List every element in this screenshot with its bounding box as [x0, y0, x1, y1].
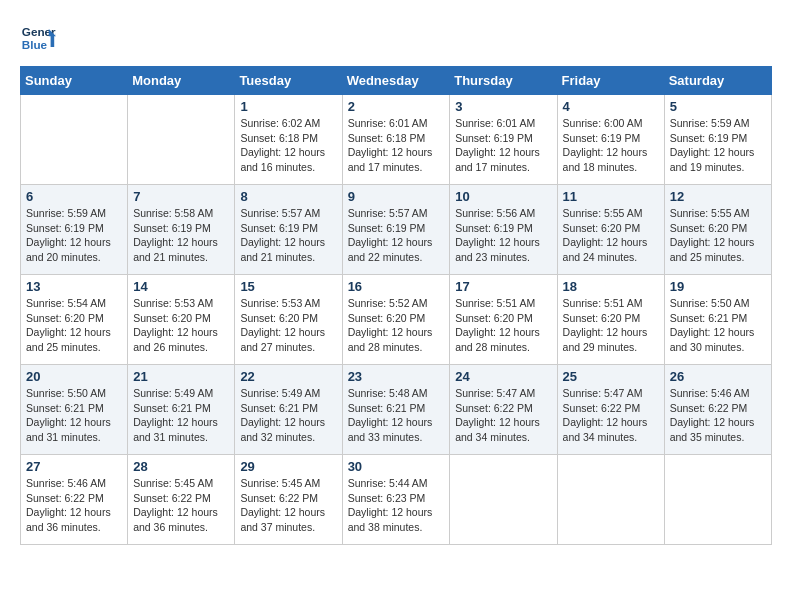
cell-day-number: 11: [563, 189, 659, 204]
calendar-cell: 17Sunrise: 5:51 AMSunset: 6:20 PMDayligh…: [450, 275, 557, 365]
sunset-text: Sunset: 6:19 PM: [455, 222, 533, 234]
sunset-text: Sunset: 6:18 PM: [348, 132, 426, 144]
sunrise-text: Sunrise: 5:57 AM: [348, 207, 428, 219]
calendar-cell: 12Sunrise: 5:55 AMSunset: 6:20 PMDayligh…: [664, 185, 771, 275]
daylight-text: Daylight: 12 hours and 26 minutes.: [133, 326, 218, 353]
sunrise-text: Sunrise: 5:46 AM: [26, 477, 106, 489]
calendar-cell: 16Sunrise: 5:52 AMSunset: 6:20 PMDayligh…: [342, 275, 450, 365]
cell-day-number: 27: [26, 459, 122, 474]
sunset-text: Sunset: 6:19 PM: [670, 132, 748, 144]
sunset-text: Sunset: 6:21 PM: [348, 402, 426, 414]
calendar-week-row: 6Sunrise: 5:59 AMSunset: 6:19 PMDaylight…: [21, 185, 772, 275]
sunrise-text: Sunrise: 5:53 AM: [133, 297, 213, 309]
daylight-text: Daylight: 12 hours and 17 minutes.: [455, 146, 540, 173]
calendar-body: 1Sunrise: 6:02 AMSunset: 6:18 PMDaylight…: [21, 95, 772, 545]
cell-day-number: 5: [670, 99, 766, 114]
cell-info: Sunrise: 6:02 AMSunset: 6:18 PMDaylight:…: [240, 116, 336, 175]
cell-info: Sunrise: 5:50 AMSunset: 6:21 PMDaylight:…: [670, 296, 766, 355]
cell-day-number: 21: [133, 369, 229, 384]
daylight-text: Daylight: 12 hours and 34 minutes.: [455, 416, 540, 443]
daylight-text: Daylight: 12 hours and 24 minutes.: [563, 236, 648, 263]
cell-info: Sunrise: 5:46 AMSunset: 6:22 PMDaylight:…: [26, 476, 122, 535]
calendar-week-row: 13Sunrise: 5:54 AMSunset: 6:20 PMDayligh…: [21, 275, 772, 365]
calendar-cell: 10Sunrise: 5:56 AMSunset: 6:19 PMDayligh…: [450, 185, 557, 275]
calendar-cell: 24Sunrise: 5:47 AMSunset: 6:22 PMDayligh…: [450, 365, 557, 455]
calendar-table: SundayMondayTuesdayWednesdayThursdayFrid…: [20, 66, 772, 545]
sunrise-text: Sunrise: 5:59 AM: [26, 207, 106, 219]
daylight-text: Daylight: 12 hours and 31 minutes.: [26, 416, 111, 443]
calendar-header: SundayMondayTuesdayWednesdayThursdayFrid…: [21, 67, 772, 95]
cell-day-number: 13: [26, 279, 122, 294]
sunrise-text: Sunrise: 5:53 AM: [240, 297, 320, 309]
weekday-header: Monday: [128, 67, 235, 95]
calendar-cell: [128, 95, 235, 185]
cell-info: Sunrise: 5:55 AMSunset: 6:20 PMDaylight:…: [670, 206, 766, 265]
cell-info: Sunrise: 5:53 AMSunset: 6:20 PMDaylight:…: [133, 296, 229, 355]
sunset-text: Sunset: 6:19 PM: [563, 132, 641, 144]
cell-day-number: 8: [240, 189, 336, 204]
sunrise-text: Sunrise: 5:52 AM: [348, 297, 428, 309]
daylight-text: Daylight: 12 hours and 22 minutes.: [348, 236, 433, 263]
cell-day-number: 24: [455, 369, 551, 384]
calendar-cell: 27Sunrise: 5:46 AMSunset: 6:22 PMDayligh…: [21, 455, 128, 545]
sunset-text: Sunset: 6:22 PM: [133, 492, 211, 504]
calendar-week-row: 27Sunrise: 5:46 AMSunset: 6:22 PMDayligh…: [21, 455, 772, 545]
sunset-text: Sunset: 6:20 PM: [563, 222, 641, 234]
daylight-text: Daylight: 12 hours and 25 minutes.: [26, 326, 111, 353]
sunrise-text: Sunrise: 5:51 AM: [563, 297, 643, 309]
daylight-text: Daylight: 12 hours and 29 minutes.: [563, 326, 648, 353]
weekday-header: Thursday: [450, 67, 557, 95]
weekday-header: Sunday: [21, 67, 128, 95]
sunrise-text: Sunrise: 5:47 AM: [455, 387, 535, 399]
cell-day-number: 3: [455, 99, 551, 114]
sunset-text: Sunset: 6:19 PM: [133, 222, 211, 234]
sunset-text: Sunset: 6:18 PM: [240, 132, 318, 144]
sunset-text: Sunset: 6:21 PM: [133, 402, 211, 414]
cell-day-number: 2: [348, 99, 445, 114]
sunrise-text: Sunrise: 5:49 AM: [240, 387, 320, 399]
calendar-cell: 3Sunrise: 6:01 AMSunset: 6:19 PMDaylight…: [450, 95, 557, 185]
sunset-text: Sunset: 6:21 PM: [26, 402, 104, 414]
sunrise-text: Sunrise: 5:49 AM: [133, 387, 213, 399]
sunrise-text: Sunrise: 5:45 AM: [133, 477, 213, 489]
sunset-text: Sunset: 6:21 PM: [670, 312, 748, 324]
cell-info: Sunrise: 5:52 AMSunset: 6:20 PMDaylight:…: [348, 296, 445, 355]
sunset-text: Sunset: 6:20 PM: [348, 312, 426, 324]
cell-day-number: 15: [240, 279, 336, 294]
calendar-cell: 14Sunrise: 5:53 AMSunset: 6:20 PMDayligh…: [128, 275, 235, 365]
cell-day-number: 1: [240, 99, 336, 114]
daylight-text: Daylight: 12 hours and 36 minutes.: [133, 506, 218, 533]
cell-info: Sunrise: 5:49 AMSunset: 6:21 PMDaylight:…: [133, 386, 229, 445]
calendar-cell: 20Sunrise: 5:50 AMSunset: 6:21 PMDayligh…: [21, 365, 128, 455]
cell-info: Sunrise: 5:51 AMSunset: 6:20 PMDaylight:…: [563, 296, 659, 355]
calendar-cell: [557, 455, 664, 545]
sunset-text: Sunset: 6:20 PM: [670, 222, 748, 234]
weekday-header: Friday: [557, 67, 664, 95]
cell-day-number: 16: [348, 279, 445, 294]
sunset-text: Sunset: 6:23 PM: [348, 492, 426, 504]
daylight-text: Daylight: 12 hours and 21 minutes.: [133, 236, 218, 263]
daylight-text: Daylight: 12 hours and 20 minutes.: [26, 236, 111, 263]
cell-info: Sunrise: 5:50 AMSunset: 6:21 PMDaylight:…: [26, 386, 122, 445]
daylight-text: Daylight: 12 hours and 18 minutes.: [563, 146, 648, 173]
sunrise-text: Sunrise: 5:51 AM: [455, 297, 535, 309]
daylight-text: Daylight: 12 hours and 32 minutes.: [240, 416, 325, 443]
cell-info: Sunrise: 5:47 AMSunset: 6:22 PMDaylight:…: [455, 386, 551, 445]
daylight-text: Daylight: 12 hours and 27 minutes.: [240, 326, 325, 353]
sunset-text: Sunset: 6:22 PM: [240, 492, 318, 504]
cell-info: Sunrise: 5:45 AMSunset: 6:22 PMDaylight:…: [133, 476, 229, 535]
sunset-text: Sunset: 6:22 PM: [670, 402, 748, 414]
daylight-text: Daylight: 12 hours and 21 minutes.: [240, 236, 325, 263]
sunrise-text: Sunrise: 6:01 AM: [455, 117, 535, 129]
sunrise-text: Sunrise: 5:50 AM: [670, 297, 750, 309]
cell-info: Sunrise: 5:45 AMSunset: 6:22 PMDaylight:…: [240, 476, 336, 535]
daylight-text: Daylight: 12 hours and 28 minutes.: [348, 326, 433, 353]
calendar-cell: [21, 95, 128, 185]
sunrise-text: Sunrise: 5:56 AM: [455, 207, 535, 219]
calendar-cell: 9Sunrise: 5:57 AMSunset: 6:19 PMDaylight…: [342, 185, 450, 275]
sunset-text: Sunset: 6:20 PM: [133, 312, 211, 324]
calendar-cell: [664, 455, 771, 545]
sunrise-text: Sunrise: 5:47 AM: [563, 387, 643, 399]
sunrise-text: Sunrise: 5:45 AM: [240, 477, 320, 489]
cell-day-number: 19: [670, 279, 766, 294]
